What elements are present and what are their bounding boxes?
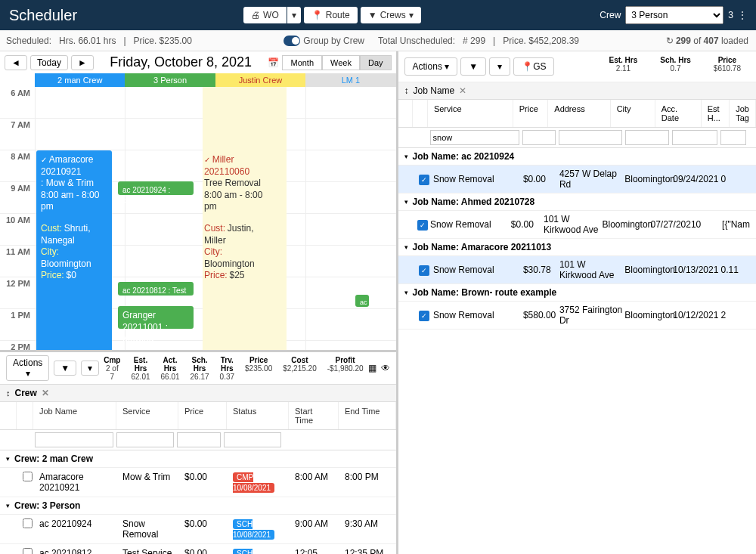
filter-r-addr[interactable] [559,130,622,145]
event-miller[interactable]: ✓ Miller 202110060 Tree Removal 8:00 am … [200,150,275,350]
crew-selector: Crew 3 Person 3 ⋮ [600,6,747,24]
r-filter-caret[interactable]: ▾ [489,57,510,76]
crew-select[interactable]: 3 Person [625,6,723,24]
rcol-price[interactable]: Price [513,100,549,127]
view-buttons: Month Week Day [282,55,391,70]
filter-r-price[interactable] [522,130,556,145]
event-amaracore[interactable]: ✓ Amaracore 20210921 : Mow & Trim 8:00 a… [36,150,112,350]
eye-icon[interactable]: 👁 [381,363,390,373]
table-row[interactable]: ✓Snow Removal$0.00101 W Kirkwood AveBloo… [398,211,756,239]
calendar-toolbar: ◄ Today ► Friday, October 8, 2021 📅 Mont… [0,51,396,73]
week-view[interactable]: Week [322,55,360,70]
jobname-row[interactable]: ▾Job Name: Brown- route example [398,284,756,302]
col-jobname[interactable]: Job Name [33,402,116,429]
scheduled-label: Scheduled: [6,36,51,46]
rcol-tag[interactable]: Job Tag [730,100,756,127]
today-button[interactable]: Today [30,55,68,70]
checkbox[interactable]: ✓ [419,265,429,276]
hour-row: 6 AM [0,87,396,119]
event-ac1[interactable]: ac 20210924 : Snow [118,181,194,195]
jobname-row[interactable]: ▾Job Name: Amaracore 20211013 [398,239,756,256]
sub-bar-right: Total Unscheduled: # 299| Price. $452,20… [370,30,756,51]
rcol-address[interactable]: Address [548,100,610,127]
table-row[interactable]: Amaracore 20210921Mow & Trim$0.00CMP 10/… [0,468,396,497]
filter-r-date[interactable] [672,130,717,145]
grid-icon[interactable]: ▦ [368,363,376,373]
group-row[interactable]: ▾Crew: 3 Person [0,497,396,515]
scheduled-price: Price. $235.00 [134,36,192,46]
jobname-row[interactable]: ▾Job Name: ac 20210924 [398,148,756,166]
rcol-est[interactable]: Est H... [702,100,730,127]
unscheduled-count: # 299 [463,36,485,46]
prev-button[interactable]: ◄ [5,55,27,70]
checkbox[interactable]: ✓ [419,175,429,185]
table-row[interactable]: ✓Snow Removal$30.78101 W Kirkwood AveBlo… [398,256,756,284]
wo-button[interactable]: 🖨 WO [243,7,287,23]
route-button[interactable]: 📍 Route [304,7,358,23]
calendar-body: 6 AM7 AM8 AM9 AM10 AM11 AM12 PM1 PM2 PM … [0,87,396,350]
top-buttons: 🖨 WO ▾ 📍 Route ▼ Crews ▾ [243,7,421,23]
calendar-icon[interactable]: 📅 [268,57,279,68]
col-status[interactable]: Status [227,402,289,429]
table-row[interactable]: ac 20210812Test Service$0.00SCH 10/08/20… [0,544,396,554]
group-row[interactable]: ▾Crew: 2 man Crew [0,450,396,468]
rcol-city[interactable]: City [611,100,655,127]
jobname-row[interactable]: ▾Job Name: Ahmed 20210728 [398,193,756,211]
left-column: ◄ Today ► Friday, October 8, 2021 📅 Mont… [0,51,398,554]
main-container: ◄ Today ► Friday, October 8, 2021 📅 Mont… [0,51,756,554]
crew-label: Crew [600,10,621,20]
wo-caret[interactable]: ▾ [287,7,301,23]
unscheduled-label: Total Unscheduled: [378,36,455,46]
filter-status[interactable] [224,432,281,447]
crews-button[interactable]: ▼ Crews ▾ [361,7,421,23]
unscheduled-price: Price. $452,208.39 [503,36,579,46]
col-service[interactable]: Service [116,402,178,429]
bottom-toolbar: Actions ▾ ▼ ▾ Cmp2 of 7Est. Hrs62.01Act.… [0,352,396,384]
crew-head-1[interactable]: 2 man Crew [35,73,125,87]
table-row[interactable]: ac 20210924Snow Removal$0.00SCH 10/08/20… [0,515,396,544]
checkbox[interactable]: ✓ [419,311,429,321]
crew-count: 3 [728,10,733,20]
event-ac3[interactable]: ac [355,295,369,307]
crew-head-2[interactable]: 3 Person [125,73,215,87]
day-view[interactable]: Day [360,55,392,70]
close-icon[interactable]: ✕ [459,85,466,96]
refresh-icon[interactable]: ↻ [666,36,674,46]
gs-button[interactable]: 📍GS [513,57,554,76]
table-row[interactable]: ✓Snow Removal$0.004257 W Delap RdBloomin… [398,166,756,193]
next-button[interactable]: ► [71,55,94,70]
col-start[interactable]: Start Time [289,402,339,429]
right-column: Actions ▾ ▼ ▾ 📍GS Est. Hrs2.11Sch. Hrs0.… [398,51,756,554]
table-row[interactable]: ✓Snow Removal$580.003752 Fairington DrBl… [398,302,756,330]
sub-bar: Scheduled: Hrs. 66.01 hrs| Price. $235.0… [0,30,756,51]
filter-price[interactable] [177,432,221,447]
filter-caret[interactable]: ▾ [81,361,99,376]
calendar-date: Friday, October 8, 2021 [97,54,265,70]
group-toggle[interactable] [284,36,300,46]
close-icon[interactable]: ✕ [42,388,49,398]
event-ac2[interactable]: ac 20210812 : Test [118,282,194,296]
filter-r-service[interactable] [430,130,519,145]
month-view[interactable]: Month [282,55,322,70]
filter-button[interactable]: ▼ [54,361,76,376]
rcol-service[interactable]: Service [428,100,513,127]
r-filter[interactable]: ▼ [460,57,486,76]
checkbox[interactable]: ✓ [417,220,428,231]
filter-service[interactable] [116,432,174,447]
filter-jobname[interactable] [35,432,113,447]
rcol-date[interactable]: Acc. Date [655,100,702,127]
app-title: Scheduler [9,7,77,24]
event-granger[interactable]: Granger 20211001 :Mowing [118,306,194,329]
right-filter-row [398,128,756,148]
col-price[interactable]: Price [178,402,227,429]
actions-button[interactable]: Actions ▾ [6,355,49,381]
crew-head-3[interactable]: Justin Crew [215,73,305,87]
right-headers: Service Price Address City Acc. Date Est… [398,100,756,128]
filter-r-est[interactable] [720,130,746,145]
r-actions[interactable]: Actions ▾ [404,57,458,76]
col-end[interactable]: End Time [339,402,396,429]
crew-head-4[interactable]: LM 1 [305,73,395,87]
filter-r-city[interactable] [625,130,669,145]
menu-icon[interactable]: ⋮ [738,10,747,20]
sub-bar-left: Scheduled: Hrs. 66.01 hrs| Price. $235.0… [0,30,370,51]
